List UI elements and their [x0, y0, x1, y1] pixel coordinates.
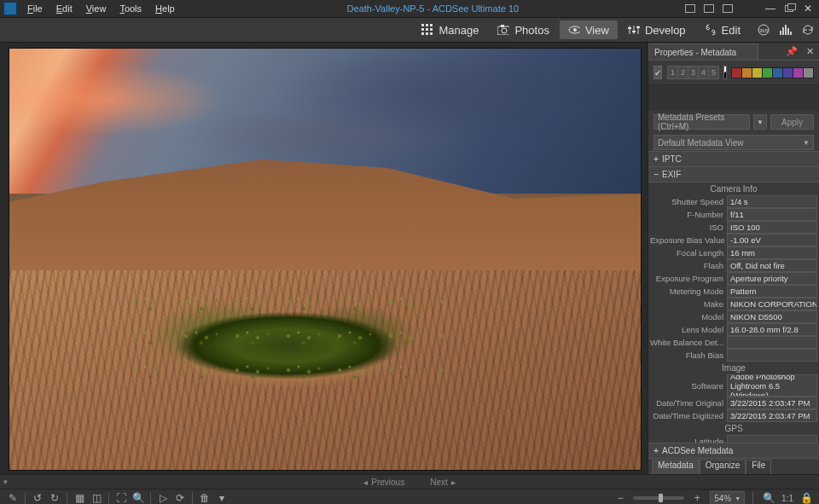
panel-tab-properties[interactable]: Properties - Metadata	[648, 43, 758, 60]
actual-size-button[interactable]: 1:1	[781, 491, 793, 504]
menu-edit[interactable]: Edit	[49, 3, 79, 14]
image-canvas[interactable]	[9, 48, 642, 471]
metadata-value[interactable]: 3/22/2015 2:03:47 PM	[727, 409, 817, 422]
image-viewer[interactable]	[0, 43, 648, 474]
metadata-view-dropdown[interactable]: Default Metadata View▼	[653, 135, 814, 150]
preset-dropdown-arrow-icon[interactable]: ▼	[753, 114, 767, 130]
metadata-value[interactable]: 16 mm	[727, 246, 817, 259]
metadata-value[interactable]	[727, 349, 817, 362]
zoom-dropdown[interactable]: 54%▼	[710, 491, 745, 504]
camera-icon	[497, 24, 509, 36]
mode-edit[interactable]: Edit	[696, 20, 749, 39]
sliders-icon	[628, 24, 640, 36]
maximize-icon[interactable]	[783, 3, 795, 14]
metadata-key: Exposure Program	[650, 274, 727, 283]
metadata-value[interactable]	[727, 336, 817, 349]
zoom-in-icon[interactable]: +	[689, 491, 705, 504]
play-icon[interactable]: ▷	[155, 491, 171, 504]
metadata-value[interactable]: 1/4 s	[727, 195, 817, 208]
chevron-left-icon: ◂	[363, 478, 368, 487]
section-acdsee[interactable]: +ACDSee Metadata	[648, 443, 819, 459]
tool-sync-icon[interactable]	[800, 22, 816, 38]
rotate-ccw-icon[interactable]: ↺	[30, 491, 45, 504]
tool-histogram-icon[interactable]	[778, 22, 793, 38]
layout3-icon[interactable]	[722, 3, 734, 14]
metadata-row: MakeNIKON CORPORATION	[648, 298, 819, 310]
pin-icon[interactable]: 📌	[782, 46, 801, 57]
mode-bar: Manage Photos View Develop Edit 365	[0, 18, 819, 43]
svg-text:365: 365	[759, 28, 769, 33]
layout2-icon[interactable]	[703, 3, 715, 14]
metadata-value[interactable]: f/11	[727, 208, 817, 221]
metadata-value[interactable]: Aperture priority	[727, 272, 817, 285]
section-exif[interactable]: −EXIF	[648, 166, 819, 182]
layout1-icon[interactable]	[684, 3, 696, 14]
apply-button[interactable]: Apply	[770, 114, 814, 130]
metadata-row: Date/Time Digitized3/22/2015 2:03:47 PM	[648, 409, 819, 422]
metadata-key: Shutter Speed	[650, 197, 727, 206]
metadata-key: Exposure Bias Value	[650, 235, 727, 245]
external-edit-icon[interactable]: ✎	[5, 491, 20, 504]
grid-icon	[421, 24, 433, 36]
tab-metadata[interactable]: Metadata	[652, 460, 700, 474]
zoom-tool-icon[interactable]: 🔍	[131, 491, 146, 504]
rating-numbers[interactable]: 12345	[667, 66, 718, 79]
zoom-slider[interactable]	[633, 496, 684, 500]
lock-zoom-icon[interactable]: 🔒	[799, 491, 814, 504]
metadata-value[interactable]: -1.00 eV	[727, 234, 817, 246]
metadata-value[interactable]: Pattern	[727, 285, 817, 298]
metadata-preset-dropdown[interactable]: Metadata Presets (Ctrl+M)	[653, 114, 750, 130]
metadata-row: F-Numberf/11	[648, 208, 819, 221]
svg-rect-26	[790, 32, 792, 35]
crop-icon[interactable]: ▦	[72, 491, 87, 504]
delete-icon[interactable]: 🗑	[197, 491, 212, 504]
metadata-key: Software	[650, 381, 727, 391]
mode-photos[interactable]: Photos	[489, 20, 557, 39]
mode-manage[interactable]: Manage	[413, 20, 487, 39]
rotate-cw-icon[interactable]: ↻	[47, 491, 62, 504]
metadata-value[interactable]: ISO 100	[727, 221, 817, 234]
metadata-key: Metering Mode	[650, 287, 727, 296]
menu-file[interactable]: File	[20, 3, 49, 14]
tab-organize[interactable]: Organize	[700, 460, 746, 474]
nav-bar: ▾ ◂Previous Next▸	[0, 474, 819, 489]
tag-checkbox[interactable]: ✔	[653, 66, 662, 79]
fit-icon[interactable]: 🔍	[761, 491, 776, 504]
metadata-value[interactable]: Off, Did not fire	[727, 259, 817, 272]
group-image: Image	[648, 362, 819, 374]
close-icon[interactable]: ✕	[802, 3, 814, 14]
metadata-value[interactable]: 16.0-28.0 mm f/2.8	[727, 323, 817, 336]
fullscreen-icon[interactable]: ⛶	[113, 491, 129, 504]
metadata-value[interactable]: Adobe Photoshop Lightroom 6.5 (Windows)	[727, 374, 817, 397]
svg-rect-22	[780, 31, 781, 35]
mode-view[interactable]: View	[560, 20, 618, 39]
menu-tools[interactable]: Tools	[113, 3, 148, 14]
metadata-value[interactable]: NIKON D5500	[727, 310, 817, 323]
minimize-icon[interactable]: —	[764, 3, 776, 14]
metadata-value[interactable]: 3/22/2015 2:03:47 PM	[727, 397, 817, 409]
view-toolbar: ✎ ↺ ↻ ▦ ◫ ⛶ 🔍 ▷ ⟳ 🗑 ▾ − + 54%▼ 🔍 1:1 🔒	[0, 489, 819, 504]
color-labels[interactable]	[732, 67, 814, 78]
bw-toggle-icon[interactable]	[723, 66, 727, 79]
prev-button[interactable]: ◂Previous	[363, 478, 404, 487]
mode-develop[interactable]: Develop	[619, 20, 694, 39]
color-swatch[interactable]	[803, 67, 814, 78]
next-button[interactable]: Next▸	[430, 478, 456, 487]
mode-view-label: View	[585, 24, 609, 37]
tool-365-icon[interactable]: 365	[756, 22, 771, 38]
metadata-row: Flash Bias	[648, 349, 819, 362]
autoplay-icon[interactable]: ⟳	[172, 491, 188, 504]
menu-help[interactable]: Help	[148, 3, 182, 14]
select-icon[interactable]: ◫	[89, 491, 104, 504]
menu-view[interactable]: View	[79, 3, 113, 14]
zoom-out-icon[interactable]: −	[613, 491, 628, 504]
metadata-row: Focal Length16 mm	[648, 246, 819, 259]
tab-file[interactable]: File	[746, 460, 771, 474]
panel-close-icon[interactable]: ✕	[801, 46, 819, 57]
more-icon[interactable]: ▾	[214, 491, 229, 504]
svg-rect-3	[421, 28, 424, 31]
collapse-icon[interactable]: ▾	[3, 478, 8, 486]
metadata-row: FlashOff, Did not fire	[648, 259, 819, 272]
section-iptc[interactable]: +IPTC	[648, 151, 819, 167]
metadata-value[interactable]: NIKON CORPORATION	[727, 298, 817, 310]
